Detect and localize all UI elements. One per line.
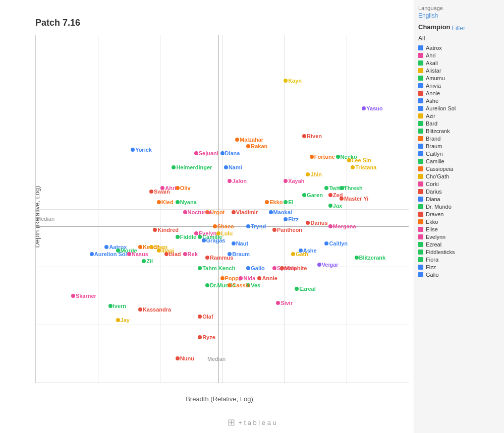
champion-label: Malphite bbox=[285, 265, 307, 271]
champion-color-box bbox=[418, 106, 423, 111]
champion-dot bbox=[138, 307, 142, 312]
champion-dot bbox=[176, 356, 180, 360]
list-item[interactable]: Cho'Gath bbox=[418, 173, 500, 179]
champion-dot bbox=[228, 252, 232, 256]
champion-label: Olaf bbox=[202, 314, 213, 320]
champion-list-name: Alistar bbox=[426, 68, 441, 74]
list-item[interactable]: Ahri bbox=[418, 52, 500, 58]
champion-dot bbox=[291, 252, 295, 256]
champion-color-box bbox=[418, 98, 423, 103]
list-item[interactable]: Braum bbox=[418, 143, 500, 149]
champion-dot bbox=[284, 200, 288, 204]
champion-dot bbox=[340, 197, 344, 201]
champion-dot bbox=[183, 252, 187, 256]
champion-dot bbox=[104, 245, 108, 249]
tableau-watermark: ⊞ + t a b l e a u bbox=[228, 417, 276, 428]
champion-list-name: Bard bbox=[426, 120, 437, 127]
champion-dot bbox=[164, 252, 169, 256]
median-label-v: Median bbox=[207, 356, 226, 362]
filter-all[interactable]: All bbox=[418, 35, 500, 42]
champion-dot bbox=[176, 200, 180, 204]
list-item[interactable]: Dr. Mundo bbox=[418, 204, 500, 210]
grid-line-v1 bbox=[98, 35, 98, 383]
list-item[interactable]: Akali bbox=[418, 60, 500, 66]
champion-color-box bbox=[418, 250, 423, 255]
champion-label: Twitch bbox=[329, 185, 346, 191]
champion-label: Naut bbox=[236, 240, 248, 246]
language-link[interactable]: English bbox=[418, 12, 500, 19]
champion-label: Xayah bbox=[288, 178, 304, 184]
list-item[interactable]: Ezreal bbox=[418, 241, 500, 248]
list-item[interactable]: Anivia bbox=[418, 83, 500, 89]
champion-list-name: Ezreal bbox=[426, 241, 441, 248]
champion-list-name: Aatrox bbox=[426, 45, 442, 51]
list-item[interactable]: Fizz bbox=[418, 264, 500, 270]
champion-label: Kayn bbox=[288, 78, 302, 84]
champion-label: Heimerdinger bbox=[176, 164, 212, 170]
champion-color-box bbox=[418, 272, 423, 277]
list-item[interactable]: Bard bbox=[418, 120, 500, 127]
champion-dot bbox=[149, 190, 153, 194]
list-item[interactable]: Draven bbox=[418, 211, 500, 217]
list-item[interactable]: Darius bbox=[418, 189, 500, 195]
list-item[interactable]: Ekko bbox=[418, 219, 500, 225]
champion-dot bbox=[306, 221, 310, 225]
champion-color-box bbox=[418, 83, 423, 88]
champion-label: Master Yi bbox=[344, 196, 368, 202]
list-item[interactable]: Caitlyn bbox=[418, 151, 500, 157]
grid-line-v2 bbox=[160, 35, 160, 383]
list-item[interactable]: Fiora bbox=[418, 257, 500, 263]
champion-dot bbox=[205, 210, 209, 214]
champion-dot bbox=[328, 224, 332, 228]
champion-dot bbox=[269, 210, 273, 214]
champion-dot bbox=[194, 151, 198, 155]
list-item[interactable]: Elise bbox=[418, 226, 500, 232]
grid-line-v3 bbox=[222, 35, 223, 383]
list-item[interactable]: Diana bbox=[418, 196, 500, 202]
champion-dot bbox=[272, 266, 276, 270]
list-item[interactable]: Corki bbox=[418, 181, 500, 187]
champion-list-name: Fizz bbox=[426, 264, 436, 270]
champion-dot bbox=[228, 179, 232, 183]
list-item[interactable]: Amumu bbox=[418, 75, 500, 81]
champion-dot bbox=[157, 200, 161, 204]
champion-label: Yorick bbox=[135, 147, 152, 153]
champion-dot bbox=[198, 315, 202, 319]
champion-color-box bbox=[418, 76, 423, 81]
champion-label: Lee Sin bbox=[352, 157, 371, 163]
list-item[interactable]: Fiddlesticks bbox=[418, 249, 500, 255]
x-axis-label: Breadth (Relative, Log) bbox=[35, 395, 404, 403]
champion-list-name: Annie bbox=[426, 90, 440, 96]
champion-label: Rek bbox=[188, 251, 198, 257]
filter-label[interactable]: Filter bbox=[452, 25, 466, 32]
list-item[interactable]: Aatrox bbox=[418, 45, 500, 51]
champion-color-box bbox=[418, 174, 423, 179]
list-item[interactable]: Cassiopeia bbox=[418, 166, 500, 172]
champion-color-box bbox=[418, 91, 423, 96]
champion-dot bbox=[284, 217, 288, 221]
champion-list-name: Brand bbox=[426, 136, 440, 142]
median-line-h bbox=[36, 226, 409, 227]
list-item[interactable]: Camille bbox=[418, 158, 500, 164]
champion-label: Malzahar bbox=[240, 137, 263, 143]
champion-list-name: Ahri bbox=[426, 52, 436, 58]
list-item[interactable]: Brand bbox=[418, 136, 500, 142]
list-item[interactable]: Ashe bbox=[418, 98, 500, 104]
champion-label: Riven bbox=[307, 133, 322, 139]
champion-dot bbox=[302, 134, 306, 138]
champion-dot bbox=[228, 283, 232, 287]
champion-label: Ekko bbox=[269, 199, 283, 205]
list-item[interactable]: Alistar bbox=[418, 68, 500, 74]
champion-list-name: Aurelion Sol bbox=[426, 105, 456, 111]
list-item[interactable]: Evelynn bbox=[418, 234, 500, 240]
list-item[interactable]: Galio bbox=[418, 272, 500, 278]
list-item[interactable]: Aurelion Sol bbox=[418, 105, 500, 111]
list-item[interactable]: Blitzcrank bbox=[418, 128, 500, 134]
champion-label: Pantheon bbox=[277, 227, 302, 233]
champion-label: El bbox=[288, 199, 293, 205]
median-line-v bbox=[218, 35, 219, 383]
champion-dot bbox=[176, 235, 180, 239]
champion-list-name: Fiora bbox=[426, 257, 438, 263]
list-item[interactable]: Azir bbox=[418, 113, 500, 119]
list-item[interactable]: Annie bbox=[418, 90, 500, 96]
